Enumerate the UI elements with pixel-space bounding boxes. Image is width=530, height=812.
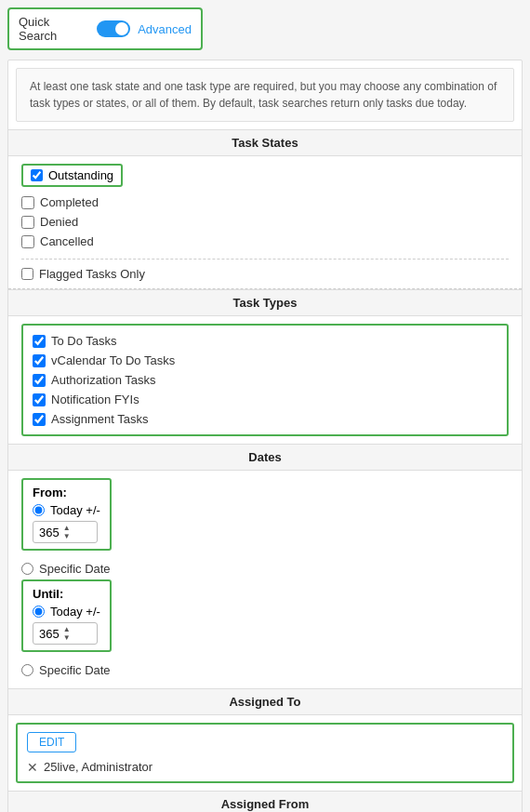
flagged-checkbox[interactable] <box>21 268 33 280</box>
until-today-radio[interactable] <box>33 606 45 618</box>
assignee-tag: ✕ 25live, Administrator <box>27 760 503 774</box>
denied-checkbox[interactable] <box>21 216 34 229</box>
until-today-label: Today +/- <box>50 605 100 619</box>
outstanding-checkbox[interactable] <box>31 169 43 181</box>
from-spinner-box[interactable]: 365 ▲ ▼ <box>33 521 98 543</box>
assigned-to-edit-button[interactable]: EDIT <box>27 732 76 752</box>
dates-header: Dates <box>8 444 522 471</box>
from-specific-label: Specific Date <box>39 562 111 576</box>
completed-row: Completed <box>21 193 509 212</box>
task-states-section: Completed Denied Cancelled <box>8 191 522 259</box>
completed-label: Completed <box>40 195 99 209</box>
flagged-tasks-row: Flagged Tasks Only <box>8 260 522 289</box>
from-spinner-value: 365 <box>39 526 60 539</box>
until-label: Until: <box>33 587 100 601</box>
until-today-row: Today +/- <box>33 605 100 619</box>
notification-label: Notification FYIs <box>51 393 139 406</box>
assignee-name: 25live, Administrator <box>44 760 152 774</box>
page-wrapper: Quick Search Advanced At least one task … <box>0 0 530 812</box>
from-spinner: 365 ▲ ▼ <box>33 521 100 543</box>
todo-tasks-row: To Do Tasks <box>33 331 497 351</box>
vcalendar-checkbox[interactable] <box>33 354 46 367</box>
flagged-label: Flagged Tasks Only <box>39 267 145 281</box>
outstanding-label: Outstanding <box>48 168 113 182</box>
task-types-inner: To Do Tasks vCalendar To Do Tasks Author… <box>21 324 509 436</box>
quick-search-label: Quick Search <box>19 15 89 43</box>
from-label: From: <box>33 486 100 499</box>
todo-tasks-label: To Do Tasks <box>51 334 117 348</box>
authorization-label: Authorization Tasks <box>51 373 156 387</box>
assigned-to-section: EDIT ✕ 25live, Administrator <box>16 723 514 783</box>
main-card: At least one task state and one task typ… <box>7 60 523 812</box>
vcalendar-row: vCalendar To Do Tasks <box>33 351 497 370</box>
from-specific-radio[interactable] <box>21 563 33 575</box>
until-spinner: 365 ▲ ▼ <box>33 622 100 645</box>
from-today-radio[interactable] <box>33 504 45 516</box>
completed-checkbox[interactable] <box>21 196 34 209</box>
from-block: From: Today +/- 365 ▲ ▼ <box>21 478 112 551</box>
quick-search-bar: Quick Search Advanced <box>7 7 203 50</box>
vcalendar-label: vCalendar To Do Tasks <box>51 353 175 367</box>
cancelled-row: Cancelled <box>21 232 509 251</box>
until-block: Until: Today +/- 365 ▲ ▼ <box>21 579 112 652</box>
authorization-checkbox[interactable] <box>33 374 46 387</box>
advanced-label[interactable]: Advanced <box>138 22 192 36</box>
dates-section: From: Today +/- 365 ▲ ▼ <box>8 471 522 688</box>
until-spinner-arrows[interactable]: ▲ ▼ <box>63 625 71 642</box>
info-box: At least one task state and one task typ… <box>16 68 514 122</box>
assigned-from-header: Assigned From <box>8 791 522 812</box>
until-spinner-value: 365 <box>39 627 60 641</box>
from-today-row: Today +/- <box>33 503 100 517</box>
cancelled-checkbox[interactable] <box>21 235 34 248</box>
notification-row: Notification FYIs <box>33 390 497 409</box>
from-today-label: Today +/- <box>50 503 100 517</box>
denied-label: Denied <box>40 215 78 229</box>
until-specific-label: Specific Date <box>39 663 111 677</box>
denied-row: Denied <box>21 212 509 232</box>
notification-checkbox[interactable] <box>33 393 46 406</box>
task-states-header: Task States <box>8 129 522 156</box>
outstanding-wrapper: Outstanding <box>21 164 123 187</box>
task-types-header: Task Types <box>8 289 522 316</box>
until-specific-radio[interactable] <box>21 664 33 676</box>
assignment-label: Assignment Tasks <box>51 412 149 426</box>
authorization-row: Authorization Tasks <box>33 370 497 390</box>
from-spinner-arrows[interactable]: ▲ ▼ <box>63 524 71 540</box>
cancelled-label: Cancelled <box>40 234 94 248</box>
assigned-to-header: Assigned To <box>8 688 522 715</box>
assignment-checkbox[interactable] <box>33 413 46 426</box>
quick-search-toggle[interactable] <box>97 20 130 37</box>
remove-assignee-button[interactable]: ✕ <box>27 761 38 774</box>
todo-tasks-checkbox[interactable] <box>33 335 46 348</box>
until-spinner-box[interactable]: 365 ▲ ▼ <box>33 622 98 645</box>
assignment-row: Assignment Tasks <box>33 409 497 429</box>
until-specific-row: Specific Date <box>21 658 509 681</box>
from-specific-row: Specific Date <box>21 556 509 579</box>
